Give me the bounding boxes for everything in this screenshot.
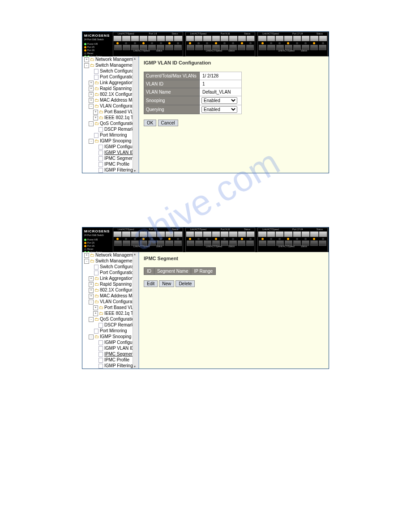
expand-toggle[interactable]: + xyxy=(89,86,94,91)
tree-item[interactable]: +🗀IEEE 802.1q Tag VLAN xyxy=(84,115,138,120)
expand-toggle[interactable]: + xyxy=(89,92,94,97)
tree-scrollbar[interactable] xyxy=(133,252,138,369)
tree-item-label: Port Configuration xyxy=(100,74,136,79)
tree-item[interactable]: IPMC Segment xyxy=(84,351,138,357)
rj45-port xyxy=(165,36,174,41)
tree-item[interactable]: Port Mirroring xyxy=(84,328,138,334)
expand-toggle[interactable]: - xyxy=(89,104,94,109)
tree-item[interactable]: +🗀Link Aggregation xyxy=(84,80,138,86)
config-input[interactable] xyxy=(201,89,238,95)
rj45-port xyxy=(310,36,318,41)
rj45-port xyxy=(319,232,327,237)
tree-item[interactable]: IPMC Segment xyxy=(84,155,138,161)
tree-item[interactable]: DSCP Remark xyxy=(84,126,138,132)
tree-item[interactable]: +🗀Network Management xyxy=(84,252,138,258)
expand-toggle[interactable]: + xyxy=(84,57,89,62)
tree-item[interactable]: IGMP Filtering xyxy=(84,363,138,369)
tree-item[interactable]: IGMP Configuration xyxy=(84,144,138,150)
cancel-button[interactable]: Cancel xyxy=(158,120,178,126)
tree-item[interactable]: -🗀VLAN Configuration xyxy=(84,299,138,305)
expand-toggle[interactable]: - xyxy=(84,259,89,264)
new-button[interactable]: New xyxy=(159,280,174,287)
led-dot xyxy=(84,52,86,55)
expand-toggle[interactable]: + xyxy=(89,288,94,293)
expand-toggle[interactable]: + xyxy=(93,110,98,115)
tree-item[interactable]: IGMP Configuration xyxy=(84,339,138,345)
folder-icon: 🗀 xyxy=(94,98,99,103)
expand-toggle[interactable]: - xyxy=(89,139,94,144)
tree-item[interactable]: Switch Configuration xyxy=(84,264,138,270)
port-led xyxy=(177,42,179,44)
tree-item[interactable]: IPMC Profile xyxy=(84,357,138,363)
folder-icon: 🗀 xyxy=(94,293,99,298)
tree-scrollbar[interactable] xyxy=(133,56,138,173)
tree-item[interactable]: Port Mirroring xyxy=(84,132,138,138)
port-led xyxy=(197,42,200,44)
tree-item[interactable]: DSCP Remark xyxy=(84,322,138,328)
edit-button[interactable]: Edit xyxy=(144,280,158,287)
expand-toggle[interactable]: + xyxy=(84,253,89,258)
main-panel: IGMP VLAN ID Configuration Current/Total… xyxy=(139,56,329,173)
tree-item[interactable]: +🗀MAC Address Management xyxy=(84,97,138,103)
tree-item[interactable]: -🗀QoS Configuration xyxy=(84,120,138,126)
tree-item[interactable]: -🗀VLAN Configuration xyxy=(84,103,138,109)
port-led xyxy=(304,238,307,240)
status-label: Status xyxy=(301,49,307,52)
expand-toggle[interactable]: + xyxy=(89,98,94,103)
expand-toggle[interactable]: + xyxy=(93,305,98,310)
tree-item[interactable]: Port Configuration xyxy=(84,270,138,275)
expand-toggle[interactable]: + xyxy=(93,311,98,316)
port-led xyxy=(322,238,324,240)
expand-toggle[interactable]: - xyxy=(89,335,94,339)
folder-icon: 🗀 xyxy=(99,115,103,120)
sfp-port xyxy=(123,240,130,246)
expand-toggle[interactable]: + xyxy=(89,294,94,299)
expand-toggle[interactable]: - xyxy=(89,317,94,322)
config-select[interactable]: Enabled xyxy=(201,106,237,113)
config-select[interactable]: Enabled xyxy=(201,97,237,104)
status-label: Status xyxy=(317,228,323,232)
expand-toggle[interactable]: + xyxy=(89,276,94,281)
expand-toggle[interactable]: + xyxy=(89,81,94,86)
nav-tree[interactable]: +🗀Network Management-🗀Switch ManagementS… xyxy=(82,56,139,173)
expand-toggle[interactable]: - xyxy=(89,121,94,126)
tree-item[interactable]: Port Configuration xyxy=(84,74,138,80)
expand-toggle[interactable]: + xyxy=(89,282,94,287)
tree-item[interactable]: -🗀IGMP Snooping xyxy=(84,334,138,339)
tree-item[interactable]: -🗀QoS Configuration xyxy=(84,316,138,322)
status-led: Power A/B xyxy=(84,238,102,241)
tree-item[interactable]: IGMP Filtering xyxy=(84,167,138,173)
tree-item[interactable]: +🗀Port Based VLAN xyxy=(84,109,138,115)
tree-item[interactable]: IGMP VLAN ID Configuration xyxy=(84,150,138,155)
config-input[interactable] xyxy=(201,73,238,79)
rj45-port xyxy=(212,36,220,41)
port-led xyxy=(189,238,191,240)
port-led xyxy=(304,42,307,44)
tree-item[interactable]: +🗀Network Management xyxy=(84,56,138,62)
tree-item[interactable]: +🗀Port Based VLAN xyxy=(84,305,138,310)
rj45-port xyxy=(275,232,284,237)
tree-item[interactable]: +🗀802.1X Configuration xyxy=(84,287,138,293)
tree-item[interactable]: +🗀IEEE 802.1q Tag VLAN xyxy=(84,310,138,316)
delete-button[interactable]: Delete xyxy=(176,280,195,287)
tree-item[interactable]: +🗀Rapid Spanning Tree xyxy=(84,86,138,91)
tree-item[interactable]: +🗀802.1X Configuration xyxy=(84,91,138,97)
expand-toggle[interactable]: - xyxy=(84,63,89,68)
tree-item[interactable]: Switch Configuration xyxy=(84,68,138,74)
nav-tree[interactable]: +🗀Network Management-🗀Switch ManagementS… xyxy=(82,252,139,369)
tree-item[interactable]: -🗀Switch Management xyxy=(84,258,138,264)
tree-item[interactable]: +🗀Link Aggregation xyxy=(84,275,138,281)
config-input[interactable] xyxy=(201,81,238,87)
page-icon xyxy=(98,346,103,351)
page-icon xyxy=(98,364,103,369)
expand-toggle[interactable]: + xyxy=(93,116,98,120)
ok-button[interactable]: OK xyxy=(144,120,156,126)
expand-toggle[interactable]: - xyxy=(89,300,94,305)
tree-item[interactable]: +🗀MAC Address Management xyxy=(84,293,138,299)
device-subtitle: 24 Port GbE Switch xyxy=(84,38,104,41)
tree-item[interactable]: -🗀Switch Management xyxy=(84,62,138,68)
tree-item[interactable]: +🗀Rapid Spanning Tree xyxy=(84,281,138,287)
tree-item[interactable]: -🗀IGMP Snooping xyxy=(84,138,138,144)
tree-item[interactable]: IGMP VLAN ID Configuration xyxy=(84,345,138,351)
tree-item[interactable]: IPMC Profile xyxy=(84,161,138,167)
